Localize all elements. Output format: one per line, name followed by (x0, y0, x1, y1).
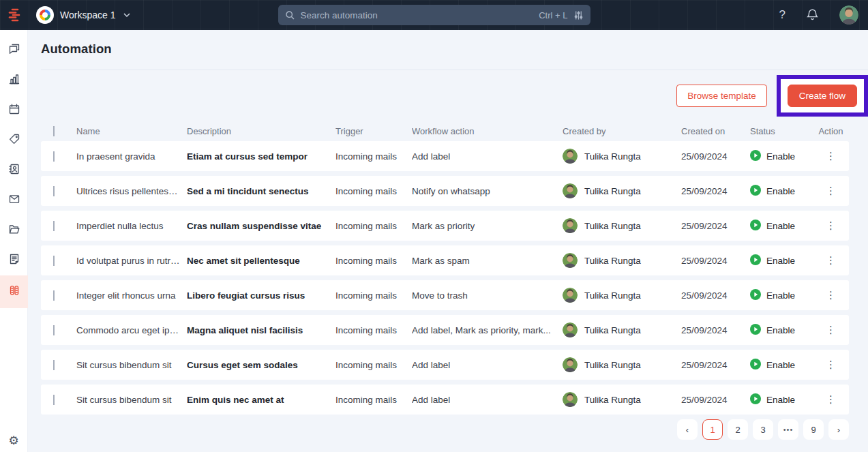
previous-page-button[interactable]: ‹ (677, 419, 698, 440)
sidebar-item-notes[interactable] (0, 245, 28, 275)
row-checkbox[interactable] (53, 186, 55, 196)
creator-name: Tulika Rungta (584, 151, 641, 162)
automation-table: In praesent gravidaEtiam at cursus sed t… (41, 141, 849, 415)
row-select-cell (41, 151, 76, 162)
row-checkbox[interactable] (53, 290, 55, 301)
status-label: Enable (766, 395, 795, 405)
table-row: Id volutpat purus in rutrumNec amet sit … (41, 245, 849, 275)
row-checkbox[interactable] (53, 256, 55, 266)
row-menu-button[interactable]: ⋮ (826, 325, 836, 335)
sidebar-item-calendar[interactable] (0, 95, 28, 125)
hiver-logo[interactable] (0, 0, 28, 30)
creator-avatar (563, 149, 578, 164)
page-button-1[interactable]: 1 (702, 419, 723, 440)
search-bar[interactable]: Ctrl + L (278, 5, 590, 25)
status-play-icon (750, 393, 761, 406)
creator-name: Tulika Rungta (584, 256, 641, 266)
browse-template-button[interactable]: Browse template (676, 85, 767, 107)
cell-created-on: 25/09/2024 (681, 256, 750, 266)
row-menu-button[interactable]: ⋮ (826, 394, 836, 405)
creator-name: Tulika Rungta (584, 395, 641, 405)
row-checkbox[interactable] (53, 360, 55, 370)
column-header-action: Action (813, 126, 849, 136)
page-button-9[interactable]: 9 (803, 419, 824, 440)
cell-action: ⋮ (813, 394, 849, 405)
status-label: Enable (766, 325, 795, 335)
status-play-icon (750, 254, 761, 267)
cell-created-by: Tulika Rungta (563, 322, 681, 337)
cell-name: Ultrices risus pellentesque (76, 186, 187, 196)
tag-icon (8, 133, 20, 148)
search-shortcut: Ctrl + L (539, 10, 567, 20)
sidebar-item-mail[interactable] (0, 185, 28, 215)
creator-avatar (563, 253, 578, 268)
sidebar-item-conversations[interactable] (0, 35, 28, 65)
row-checkbox[interactable] (53, 325, 55, 335)
search-icon (285, 10, 295, 20)
cell-name: Id volutpat purus in rutrum (76, 256, 187, 266)
calendar-icon (8, 103, 20, 118)
cell-action: ⋮ (813, 359, 849, 370)
table-row: In praesent gravidaEtiam at cursus sed t… (41, 141, 849, 171)
search-input[interactable] (301, 10, 534, 20)
row-checkbox[interactable] (53, 395, 55, 405)
sidebar-item-analytics[interactable] (0, 65, 28, 95)
next-page-button[interactable]: › (828, 419, 849, 440)
creator-name: Tulika Rungta (584, 290, 641, 301)
column-header-trigger: Trigger (335, 126, 412, 136)
cell-action: ⋮ (813, 151, 849, 162)
column-header-created-on: Created on (681, 126, 750, 136)
workspace-switcher[interactable]: Workspace 1 (36, 6, 131, 24)
top-bar: Workspace 1 Ctrl + L ? (0, 0, 868, 30)
contacts-icon (8, 163, 20, 178)
sidebar-item-folder[interactable] (0, 215, 28, 245)
column-header-status: Status (750, 126, 813, 136)
select-all-checkbox[interactable] (53, 126, 55, 136)
help-icon[interactable]: ? (779, 8, 785, 22)
cell-trigger: Incoming mails (335, 256, 412, 266)
row-checkbox[interactable] (53, 151, 55, 162)
page-button-3[interactable]: 3 (753, 419, 773, 440)
row-select-cell (41, 256, 76, 266)
cell-description: Enim quis nec amet at (187, 395, 335, 405)
cell-created-by: Tulika Rungta (563, 218, 681, 233)
row-menu-button[interactable]: ⋮ (826, 290, 836, 301)
status-play-icon (750, 359, 761, 372)
sidebar-item-contacts[interactable] (0, 155, 28, 185)
row-select-cell (41, 325, 76, 335)
sidebar-item-tag[interactable] (0, 125, 28, 155)
page-ellipsis-button[interactable]: ••• (778, 419, 798, 440)
creator-avatar (563, 357, 578, 372)
status-play-icon (750, 185, 761, 198)
row-select-cell (41, 395, 76, 405)
row-menu-button[interactable]: ⋮ (826, 220, 836, 231)
row-menu-button[interactable]: ⋮ (826, 359, 836, 370)
filter-sliders-icon[interactable] (573, 10, 584, 20)
sidebar-item-automation[interactable] (0, 275, 28, 308)
status-play-icon (750, 220, 761, 232)
row-menu-button[interactable]: ⋮ (826, 185, 836, 196)
row-menu-button[interactable]: ⋮ (826, 151, 836, 162)
row-checkbox[interactable] (53, 221, 55, 231)
cell-created-on: 25/09/2024 (681, 395, 750, 405)
status-label: Enable (766, 290, 795, 301)
cell-workflow-action: Add label (412, 360, 563, 370)
status-play-icon (750, 324, 761, 337)
status-play-icon (750, 289, 761, 302)
cell-workflow-action: Add label (412, 395, 563, 405)
table-row: Imperdiet nulla lectusCras nullam suspen… (41, 211, 849, 241)
table-row: Integer elit rhoncus urnaLibero feugiat … (41, 280, 849, 310)
settings-gear-icon[interactable]: ⚙ (0, 434, 27, 448)
automation-icon (8, 284, 20, 299)
notifications-bell-icon[interactable] (806, 8, 819, 22)
cell-status: Enable (750, 393, 813, 406)
cell-trigger: Incoming mails (335, 360, 412, 370)
left-sidebar: ⚙ (0, 30, 28, 452)
page-button-2[interactable]: 2 (728, 419, 748, 440)
row-menu-button[interactable]: ⋮ (826, 255, 836, 266)
cell-name: Sit cursus bibendum sit (76, 360, 187, 370)
create-flow-button[interactable]: Create flow (788, 85, 857, 107)
user-avatar[interactable] (839, 5, 858, 25)
status-play-icon (750, 150, 761, 163)
cell-action: ⋮ (813, 220, 849, 231)
